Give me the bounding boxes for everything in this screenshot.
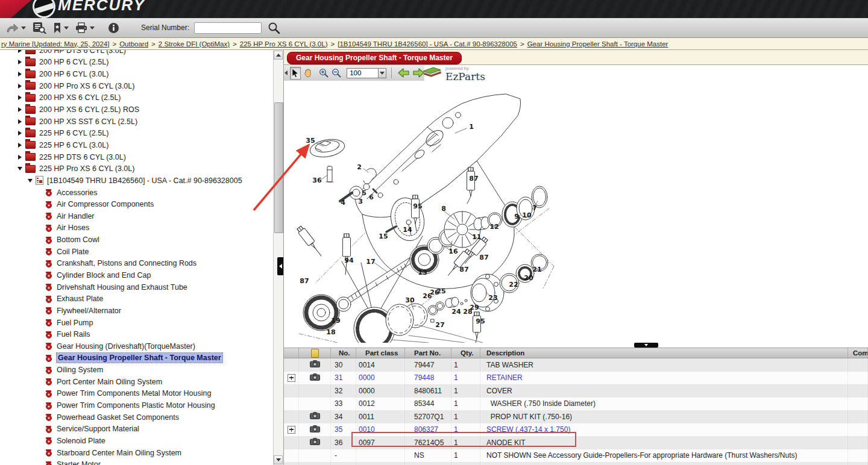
tree-item[interactable]: Accessories: [0, 187, 274, 199]
breadcrumb-link[interactable]: Outboard: [119, 40, 148, 48]
tree-item[interactable]: Air Hoses: [0, 222, 274, 234]
part-class-cell[interactable]: 0000: [356, 372, 405, 385]
tree-item[interactable]: Drivehshaft Housing and Exhaust Tube: [0, 281, 274, 293]
tree-item[interactable]: 225 HP 6 CYL (2.5L): [0, 127, 274, 139]
tree-item[interactable]: Powerhead Gasket Set Components: [0, 411, 274, 423]
select-tool-button[interactable]: [290, 67, 301, 80]
collapse-panel-button[interactable]: [284, 66, 289, 80]
camera-icon[interactable]: [310, 373, 320, 382]
tree-item[interactable]: Cylinder Block and End Cap: [0, 269, 274, 281]
tree-scrollbar-thumb[interactable]: [274, 102, 283, 233]
chevron-right-icon[interactable]: [17, 107, 23, 112]
chevron-right-icon[interactable]: [17, 50, 23, 53]
tree-item[interactable]: Service/Support Material: [0, 423, 274, 435]
qty-cell[interactable]: 1: [451, 372, 480, 385]
chevron-right-icon[interactable]: [17, 155, 23, 160]
tree-item[interactable]: 200 HP 6 CYL (3.0L): [0, 68, 274, 80]
table-row[interactable]: 32000084806111COVER: [284, 384, 868, 398]
chevron-right-icon[interactable]: [17, 95, 23, 100]
tree-item[interactable]: Exhaust Plate: [0, 293, 274, 305]
chevron-right-icon[interactable]: [17, 84, 23, 89]
tree-item[interactable]: 225 HP 6 CYL (3.0L): [0, 139, 274, 151]
part-number-cell[interactable]: 31: [331, 372, 356, 385]
zoom-in-button[interactable]: [318, 67, 330, 80]
tree-item[interactable]: Port Center Main Oiling System: [0, 376, 274, 388]
description-cell[interactable]: SCREW (.437-14 x 1.750): [480, 423, 848, 437]
breadcrumb-link[interactable]: 2 Stroke DFI (OptiMax): [159, 40, 230, 48]
table-row[interactable]: 310000794481RETAINER: [284, 372, 868, 385]
chevron-right-icon[interactable]: [17, 143, 23, 148]
description-cell[interactable]: RETAINER: [480, 372, 848, 385]
scroll-up-button[interactable]: [274, 51, 283, 60]
tree-item[interactable]: Gear Housing Propeller Shaft - Torque Ma…: [0, 352, 274, 364]
redo-button[interactable]: [6, 23, 26, 33]
prev-page-button[interactable]: [398, 68, 410, 78]
qty-cell[interactable]: 1: [451, 423, 480, 437]
tree-item[interactable]: Solenoid Plate: [0, 435, 274, 447]
table-row[interactable]: 36009776214Q51ANODE KIT: [284, 436, 868, 449]
bookmark-button[interactable]: [52, 22, 69, 34]
tree-item[interactable]: Flywheel/Alternator: [0, 305, 274, 317]
camera-icon[interactable]: [310, 438, 320, 447]
tree-item[interactable]: Air Compressor Components: [0, 198, 274, 210]
tree-item[interactable]: Bottom Cowl: [0, 234, 274, 246]
tree-item[interactable]: 200 HP DTS 6 CYL (3.0L): [0, 50, 274, 57]
tree-item[interactable]: Air Handler: [0, 210, 274, 222]
breadcrumb-link[interactable]: [1B104549 THRU 1B426560] - USA - Cat.# 9…: [338, 40, 517, 48]
tree-item[interactable]: Starter Motor: [0, 458, 274, 465]
tree-item[interactable]: Fuel Rails: [0, 328, 274, 340]
tree-item[interactable]: Starboard Center Main Oiling System: [0, 447, 274, 459]
table-row[interactable]: 3500108063271SCREW (.437-14 x 1.750): [284, 423, 868, 437]
report-button[interactable]: [32, 22, 46, 34]
camera-icon[interactable]: [310, 425, 320, 434]
tree-item[interactable]: Coil Plate: [0, 246, 274, 258]
zoom-level-input[interactable]: [347, 68, 378, 78]
tree-item[interactable]: Oiling System: [0, 364, 274, 376]
scroll-down-button[interactable]: [274, 455, 283, 464]
tree-item[interactable]: 200 HP 6 CYL (2.5L): [0, 57, 274, 69]
expand-plus-icon[interactable]: [288, 426, 295, 434]
diagram-tab[interactable]: Gear Housing Propeller Shaft - Torque Ma…: [287, 52, 462, 64]
table-row[interactable]: 300014794471TAB WASHER: [284, 358, 868, 372]
tree-item[interactable]: 225 HP Pro XS 6 CYL (3.0L): [0, 163, 274, 175]
chevron-down-icon[interactable]: [27, 179, 33, 183]
chevron-right-icon[interactable]: [17, 131, 23, 136]
print-button[interactable]: [75, 22, 95, 34]
diagram-canvas[interactable]: 1353625634958787910121114151613179487191…: [284, 81, 868, 343]
table-row[interactable]: -0026816575A61SEAL KIT Gear Housing: [284, 462, 868, 465]
camera-icon[interactable]: [310, 412, 320, 421]
camera-icon[interactable]: [310, 360, 320, 369]
tree-item[interactable]: Crankshaft, Pistons and Connecting Rods: [0, 258, 274, 270]
table-row[interactable]: -NS1NOT SHOWN See Accessory Guide-Propel…: [284, 449, 868, 463]
part-number-cell[interactable]: 35: [331, 423, 356, 437]
tree-item[interactable]: 200 HP XS 6 CYL (2.5L) ROS: [0, 104, 274, 116]
zoom-out-button[interactable]: [331, 67, 342, 80]
info-button[interactable]: [108, 22, 119, 34]
pan-tool-button[interactable]: [302, 67, 313, 80]
tree-item[interactable]: 200 HP XS 6 CYL (2.5L): [0, 92, 274, 104]
part-class-cell[interactable]: 0010: [356, 423, 405, 437]
chevron-right-icon[interactable]: [17, 72, 23, 76]
table-row[interactable]: 330012853441 WASHER (.750 Inside Diamete…: [284, 398, 868, 411]
tree-item[interactable]: Power Trim Components Plastic Motor Hous…: [0, 399, 274, 411]
tree-collapse-handle[interactable]: [277, 257, 283, 275]
zoom-dropdown-button[interactable]: [378, 68, 386, 78]
tree-item[interactable]: 200 HP Pro XS 6 CYL (3.0L): [0, 80, 274, 92]
breadcrumb-link[interactable]: 225 HP Pro XS 6 CYL (3.0L): [240, 40, 328, 48]
breadcrumb-link[interactable]: ry Marine [Updated: May, 25, 2024]: [1, 40, 109, 48]
expand-plus-icon[interactable]: [288, 374, 295, 382]
chevron-right-icon[interactable]: [17, 119, 23, 124]
tree-item[interactable]: [1B104549 THRU 1B426560] - USA - Cat.# 9…: [0, 175, 274, 187]
tree-item[interactable]: Gear Housing (Driveshaft)(TorqueMaster): [0, 340, 274, 352]
chevron-down-icon[interactable]: [17, 167, 23, 170]
table-row[interactable]: 34001152707Q11 PROP NUT KIT (.750-16): [284, 410, 868, 423]
tree-item[interactable]: 200 HP XS SST 6 CYL (2.5L): [0, 116, 274, 128]
part-no-cell[interactable]: 79448: [405, 372, 451, 385]
serial-number-input[interactable]: [194, 22, 262, 34]
tree-item[interactable]: Fuel Pump: [0, 317, 274, 329]
tree-item[interactable]: 225 HP DTS 6 CYL (3.0L): [0, 151, 274, 163]
chevron-right-icon[interactable]: [17, 60, 23, 64]
breadcrumb-link[interactable]: Gear Housing Propeller Shaft - Torque Ma…: [527, 40, 668, 48]
table-splitter-handle[interactable]: [634, 343, 658, 348]
part-no-cell[interactable]: 806327: [405, 423, 451, 437]
